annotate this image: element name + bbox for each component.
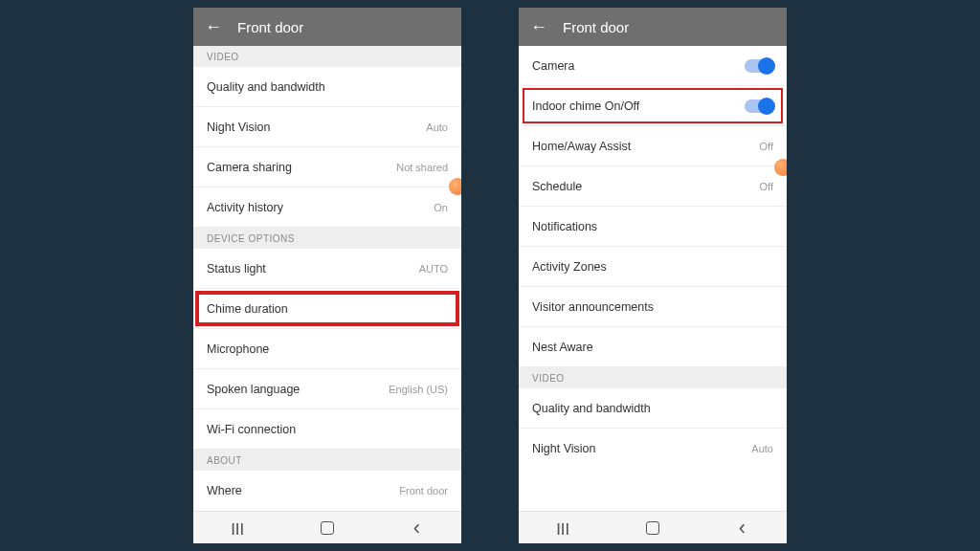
row-label: Where [207,484,242,497]
nav-back-icon[interactable] [405,517,428,540]
row-label: Indoor chime On/Off [532,99,639,113]
section-video: VIDEO [519,367,787,388]
appbar: ← Front door [193,8,461,46]
page-title: Front door [563,19,629,35]
settings-list: Camera Indoor chime On/Off Home/Away Ass… [519,46,787,511]
android-navbar [519,511,787,543]
phone-right: ← Front door Camera Indoor chime On/Off … [519,8,787,543]
row-label: Wi-Fi connection [207,423,296,436]
back-arrow-icon[interactable]: ← [205,18,222,35]
row-wifi-connection[interactable]: Wi-Fi connection [193,409,461,450]
row-label: Notifications [532,220,597,233]
nav-recent-icon[interactable] [227,517,250,540]
row-home-away-assist[interactable]: Home/Away Assist Off [519,126,787,166]
toggle-switch[interactable] [745,99,773,113]
row-schedule[interactable]: Schedule Off [519,166,787,207]
row-label: Camera sharing [207,161,292,174]
row-value: Auto [751,443,773,454]
phone-left: ← Front door VIDEO Quality and bandwidth… [193,8,461,543]
android-navbar [193,511,461,543]
row-value: Front door [399,485,448,496]
row-microphone[interactable]: Microphone [193,329,461,369]
row-activity-zones[interactable]: Activity Zones [519,247,787,287]
row-label: Home/Away Assist [532,140,631,153]
row-quality-bandwidth[interactable]: Quality and bandwidth [193,67,461,107]
row-label: Quality and bandwidth [207,80,325,94]
page-title: Front door [237,19,303,35]
row-value: Auto [426,121,448,133]
row-label: Chime duration [207,302,288,316]
row-indoor-chime[interactable]: Indoor chime On/Off [519,86,787,126]
row-label: Activity Zones [532,260,607,274]
nav-recent-icon[interactable] [552,517,575,540]
row-camera-sharing[interactable]: Camera sharing Not shared [193,147,461,187]
section-video: VIDEO [193,46,461,67]
row-value: Not shared [396,162,448,173]
row-value: AUTO [419,263,448,275]
row-label: Night Vision [532,442,595,455]
nav-home-icon[interactable] [641,517,664,540]
row-nest-aware[interactable]: Nest Aware [519,327,787,367]
nav-back-icon[interactable] [730,517,753,540]
row-value: Off [760,181,773,192]
row-where[interactable]: Where Front door [193,471,461,511]
row-notifications[interactable]: Notifications [519,207,787,247]
row-status-light[interactable]: Status light AUTO [193,249,461,289]
section-device-options: DEVICE OPTIONS [193,228,461,249]
row-value: Off [760,141,773,152]
row-value: On [434,202,448,213]
row-value: English (US) [389,384,448,395]
back-arrow-icon[interactable]: ← [530,18,547,35]
row-label: Activity history [207,201,283,214]
section-about: ABOUT [193,450,461,471]
row-quality-bandwidth[interactable]: Quality and bandwidth [519,388,787,429]
row-spoken-language[interactable]: Spoken language English (US) [193,369,461,409]
hint-dot-icon [774,159,787,176]
row-label: Microphone [207,342,269,356]
row-label: Status light [207,262,266,276]
row-chime-duration[interactable]: Chime duration [193,289,461,329]
appbar: ← Front door [519,8,787,46]
row-label: Camera [532,59,574,73]
row-night-vision[interactable]: Night Vision Auto [193,107,461,147]
row-label: Schedule [532,180,582,193]
row-label: Quality and bandwidth [532,402,651,415]
row-label: Spoken language [207,383,300,396]
row-label: Night Vision [207,121,270,134]
row-activity-history[interactable]: Activity history On [193,187,461,228]
row-label: Visitor announcements [532,300,654,314]
hint-dot-icon [449,178,461,195]
settings-list: VIDEO Quality and bandwidth Night Vision… [193,46,461,511]
row-visitor-announcements[interactable]: Visitor announcements [519,287,787,327]
toggle-switch[interactable] [745,59,773,73]
row-night-vision[interactable]: Night Vision Auto [519,429,787,469]
row-camera[interactable]: Camera [519,46,787,86]
row-label: Nest Aware [532,341,593,354]
nav-home-icon[interactable] [316,517,339,540]
